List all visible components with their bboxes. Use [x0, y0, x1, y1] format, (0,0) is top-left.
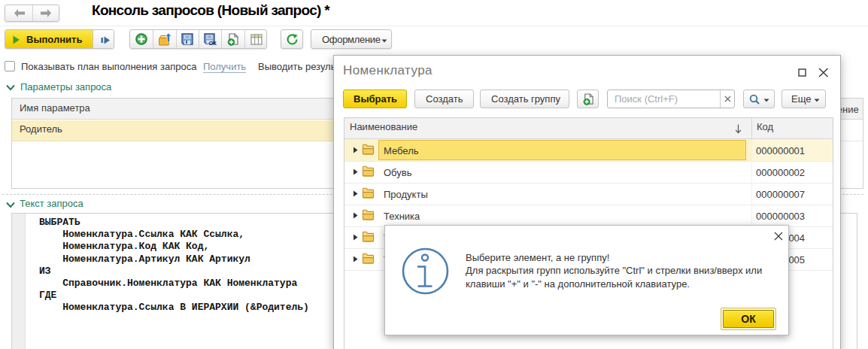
svg-text:ОК: ОК [209, 40, 217, 46]
